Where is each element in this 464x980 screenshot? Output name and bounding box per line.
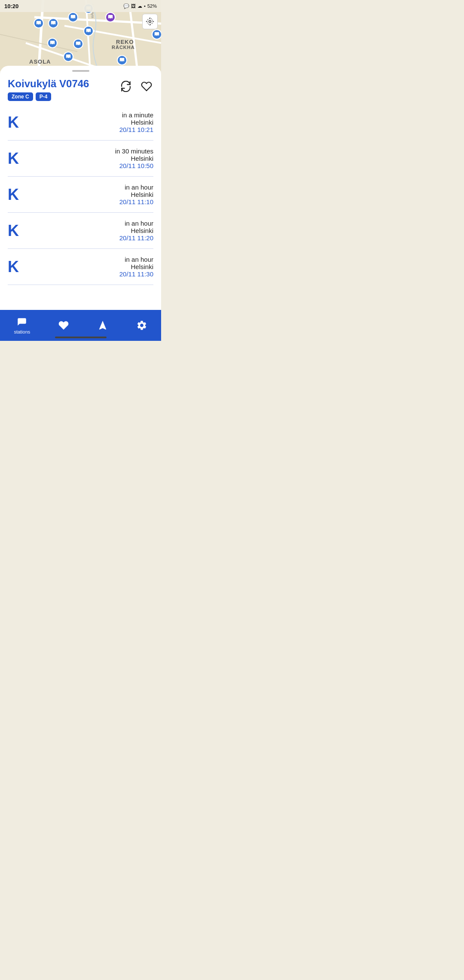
timing-4: in an hour [119,220,153,227]
departure-item-1[interactable]: K in a minute Helsinki 20/11 10:21 [8,104,153,141]
header-actions [119,78,153,93]
bus-stop-7[interactable] [73,39,83,49]
nav-item-stations[interactable]: stations [14,317,30,334]
platform-badge: P-4 [36,92,52,101]
departure-item-4[interactable]: K in an hour Helsinki 20/11 11:20 [8,213,153,249]
departure-info-2: in 30 minutes Helsinki 20/11 10:50 [115,147,153,169]
station-badges: Zone C P-4 [8,92,89,101]
map-label-reko: REKO [116,39,134,45]
datetime-1: 20/11 10:21 [119,126,153,133]
map-label-rackha: RÄCKHA [112,45,135,50]
timing-1: in a minute [119,111,153,119]
locate-button[interactable] [142,14,158,29]
dot-icon: • [144,3,146,9]
route-letter-4: K [8,222,29,240]
departure-info-5: in an hour Helsinki 20/11 11:30 [119,256,153,278]
nav-item-favorites[interactable] [58,320,69,331]
svg-point-9 [149,21,151,23]
route-letter-1: K [8,113,29,132]
route-letter-2: K [8,150,29,168]
bus-stop-10[interactable] [152,29,161,40]
timing-5: in an hour [119,256,153,263]
nav-item-settings[interactable] [136,320,147,331]
zone-badge: Zone C [8,92,33,101]
route-letter-5: K [8,258,29,276]
dest-4: Helsinki [119,227,153,234]
departure-info-4: in an hour Helsinki 20/11 11:20 [119,220,153,242]
bus-stop-8[interactable] [63,52,73,62]
refresh-button[interactable] [119,80,133,93]
status-icons: 💬 🖼 ☁ • 52% [123,3,157,9]
datetime-5: 20/11 11:30 [119,270,153,278]
timing-2: in 30 minutes [115,147,153,155]
datetime-4: 20/11 11:20 [119,234,153,242]
datetime-2: 20/11 10:50 [115,162,153,169]
route-letter-3: K [8,186,29,204]
svg-point-10 [147,18,153,24]
battery-icon: 52% [147,3,157,9]
favorite-button[interactable] [140,80,153,93]
dest-3: Helsinki [119,191,153,198]
departure-item-3[interactable]: K in an hour Helsinki 20/11 11:10 [8,177,153,213]
bus-stop-2[interactable] [48,18,58,28]
bus-stop-9[interactable] [117,55,127,65]
home-indicator [55,337,107,338]
dest-1: Helsinki [119,119,153,126]
departure-item-2[interactable]: K in 30 minutes Helsinki 20/11 10:50 [8,141,153,177]
dest-2: Helsinki [115,155,153,162]
station-title: Koivukylä V0746 [8,78,89,90]
cloud-icon: ☁ [137,3,142,9]
departure-list: K in a minute Helsinki 20/11 10:21 K in … [0,104,161,341]
sheet-header: Koivukylä V0746 Zone C P-4 [0,72,161,104]
nav-item-routes[interactable] [97,320,108,331]
departure-item-5[interactable]: K in an hour Helsinki 20/11 11:30 [8,249,153,285]
whatsapp-icon: 💬 [123,3,129,9]
timing-3: in an hour [119,184,153,191]
bus-stop-1[interactable] [34,18,44,28]
map-label-asola: ASOLA [29,58,51,65]
bus-stop-3[interactable] [68,12,78,22]
bus-stop-5[interactable] [83,26,94,36]
departure-info-1: in a minute Helsinki 20/11 10:21 [119,111,153,133]
bus-stop-6[interactable] [47,38,58,48]
status-bar: 10:20 💬 🖼 ☁ • 52% [0,0,161,12]
nav-label-stations: stations [14,329,30,334]
datetime-3: 20/11 11:10 [119,198,153,205]
status-time: 10:20 [4,3,18,9]
bottom-sheet: Koivukylä V0746 Zone C P-4 [0,66,161,341]
station-info: Koivukylä V0746 Zone C P-4 [8,78,89,101]
dest-5: Helsinki [119,263,153,270]
departure-info-3: in an hour Helsinki 20/11 11:10 [119,184,153,205]
image-icon: 🖼 [131,3,136,9]
bus-stop-purple[interactable] [105,12,116,22]
